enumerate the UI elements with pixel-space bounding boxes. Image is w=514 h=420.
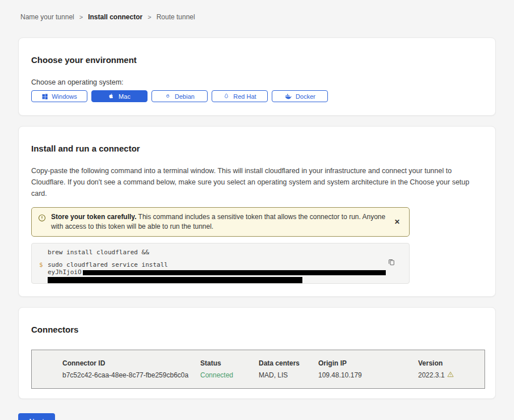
os-button-label: Red Hat [233,93,256,100]
origin-ip-value: 109.48.10.179 [318,371,418,379]
token-warning-banner: Store your token carefully. This command… [31,207,410,237]
version-text: 2022.3.1 [418,371,445,379]
copy-icon[interactable] [386,257,397,269]
column-header-connector-id: Connector ID [62,359,200,367]
column-header-data-centers: Data centers [259,359,318,367]
warning-triangle-icon [447,371,454,379]
redacted-token-bar [83,270,386,275]
table-row: b7c52c42-6caa-48ee-8c77-fbe259cb6c0a Con… [62,371,479,379]
breadcrumb-name-your-tunnel[interactable]: Name your tunnel [20,13,74,21]
debian-icon [165,93,171,100]
install-card-title: Install and run a connector [31,144,483,154]
connectors-card: Connectors Connector ID Status Data cent… [18,307,496,399]
status-badge: Connected [200,371,259,379]
tunnel-setup-page: Name your tunnel > Install connector > R… [0,0,514,420]
terminal-command-block: brew install cloudflared && $ sudo cloud… [31,243,410,284]
command-line-2-text: sudo cloudflared service install [48,261,168,268]
chevron-right-icon: > [79,14,83,20]
column-header-status: Status [200,359,259,367]
os-button-label: Mac [119,93,130,100]
install-connector-card: Install and run a connector Copy-paste t… [18,126,496,297]
os-button-label: Debian [175,93,195,100]
breadcrumb-route-tunnel[interactable]: Route tunnel [157,13,195,21]
version-value: 2022.3.1 [418,371,479,379]
warning-message: Store your token carefully. This command… [51,212,387,232]
breadcrumb-install-connector[interactable]: Install connector [88,13,142,21]
info-alert-icon [38,214,46,224]
column-header-origin-ip: Origin IP [318,359,418,367]
data-centers-value: MAD, LIS [259,371,318,379]
token-prefix: eyJhIjoiO [48,269,82,276]
connectors-table: Connector ID Status Data centers Origin … [31,350,485,389]
close-icon[interactable]: ✕ [392,217,402,227]
redacted-token-bar [48,277,302,283]
chevron-right-icon: > [148,14,151,20]
environment-card-title: Choose your environment [31,55,483,65]
connectors-card-title: Connectors [31,325,483,335]
environment-card: Choose your environment Choose an operat… [18,37,496,116]
command-line-1: brew install cloudflared && [48,249,409,256]
os-button-debian[interactable]: Debian [151,90,208,102]
os-button-docker[interactable]: Docker [272,90,328,102]
next-button[interactable]: Next [18,413,55,420]
warning-bold: Store your token carefully. [51,213,137,221]
os-button-redhat[interactable]: Red Hat [212,90,268,102]
os-button-mac[interactable]: Mac [91,90,148,102]
os-button-windows[interactable]: Windows [31,90,87,102]
redhat-icon [223,93,230,100]
connectors-table-header: Connector ID Status Data centers Origin … [62,359,479,367]
breadcrumb: Name your tunnel > Install connector > R… [0,0,514,21]
os-button-group: Windows Mac Debian [31,90,483,102]
docker-icon [284,93,292,100]
column-header-version: Version [418,359,479,367]
windows-icon [41,93,48,100]
install-description: Copy-paste the following command into a … [31,165,483,199]
apple-icon [108,93,115,100]
os-select-label: Choose an operating system: [31,78,483,87]
connector-id-value: b7c52c42-6caa-48ee-8c77-fbe259cb6c0a [62,371,200,379]
os-button-label: Docker [296,93,315,100]
shell-prompt: $ [39,262,43,268]
token-line: eyJhIjoiO [48,269,409,276]
command-line-2: $ sudo cloudflared service install [48,262,409,268]
os-button-label: Windows [52,93,77,100]
